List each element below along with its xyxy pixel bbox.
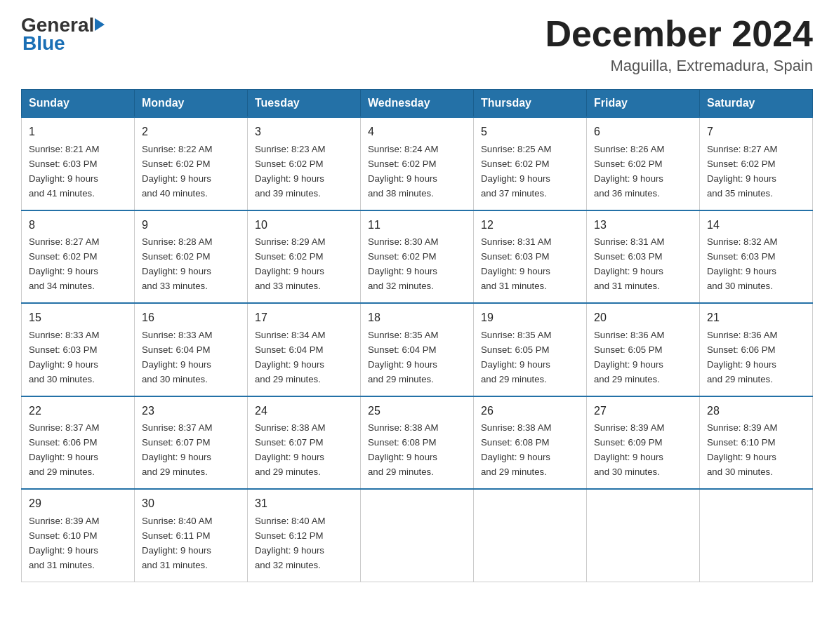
day-number: 6 bbox=[594, 123, 692, 141]
week-row-3: 15Sunrise: 8:33 AMSunset: 6:03 PMDayligh… bbox=[22, 303, 813, 396]
logo-blue-text: Blue bbox=[21, 32, 105, 55]
calendar-cell: 8Sunrise: 8:27 AMSunset: 6:02 PMDaylight… bbox=[22, 210, 135, 303]
day-number: 21 bbox=[707, 309, 805, 327]
calendar-cell: 15Sunrise: 8:33 AMSunset: 6:03 PMDayligh… bbox=[22, 303, 135, 396]
calendar-cell bbox=[587, 489, 700, 582]
calendar-table: SundayMondayTuesdayWednesdayThursdayFrid… bbox=[21, 89, 813, 582]
day-info: Sunrise: 8:31 AMSunset: 6:03 PMDaylight:… bbox=[481, 236, 551, 291]
day-number: 7 bbox=[707, 123, 805, 141]
day-number: 4 bbox=[368, 123, 466, 141]
calendar-title: December 2024 bbox=[545, 14, 813, 54]
calendar-cell bbox=[700, 489, 813, 582]
calendar-cell: 21Sunrise: 8:36 AMSunset: 6:06 PMDayligh… bbox=[700, 303, 813, 396]
day-number: 16 bbox=[142, 309, 240, 327]
day-number: 25 bbox=[368, 403, 466, 420]
day-number: 12 bbox=[481, 217, 579, 234]
week-row-5: 29Sunrise: 8:39 AMSunset: 6:10 PMDayligh… bbox=[22, 489, 813, 582]
week-row-4: 22Sunrise: 8:37 AMSunset: 6:06 PMDayligh… bbox=[22, 396, 813, 489]
calendar-cell: 24Sunrise: 8:38 AMSunset: 6:07 PMDayligh… bbox=[248, 396, 361, 489]
header-thursday: Thursday bbox=[474, 90, 587, 118]
day-info: Sunrise: 8:38 AMSunset: 6:08 PMDaylight:… bbox=[481, 422, 551, 477]
calendar-cell: 6Sunrise: 8:26 AMSunset: 6:02 PMDaylight… bbox=[587, 117, 700, 210]
day-number: 26 bbox=[481, 403, 579, 420]
day-info: Sunrise: 8:34 AMSunset: 6:04 PMDaylight:… bbox=[255, 330, 325, 384]
day-info: Sunrise: 8:36 AMSunset: 6:06 PMDaylight:… bbox=[707, 330, 777, 384]
header-monday: Monday bbox=[135, 90, 248, 118]
day-number: 28 bbox=[707, 403, 805, 420]
calendar-cell: 5Sunrise: 8:25 AMSunset: 6:02 PMDaylight… bbox=[474, 117, 587, 210]
calendar-cell: 13Sunrise: 8:31 AMSunset: 6:03 PMDayligh… bbox=[587, 210, 700, 303]
day-number: 9 bbox=[142, 217, 240, 234]
day-info: Sunrise: 8:40 AMSunset: 6:12 PMDaylight:… bbox=[255, 516, 325, 570]
day-info: Sunrise: 8:37 AMSunset: 6:06 PMDaylight:… bbox=[29, 422, 99, 477]
day-number: 24 bbox=[255, 403, 353, 420]
calendar-cell: 14Sunrise: 8:32 AMSunset: 6:03 PMDayligh… bbox=[700, 210, 813, 303]
day-info: Sunrise: 8:38 AMSunset: 6:08 PMDaylight:… bbox=[368, 422, 438, 477]
day-info: Sunrise: 8:29 AMSunset: 6:02 PMDaylight:… bbox=[255, 236, 325, 291]
day-number: 1 bbox=[29, 123, 127, 141]
logo: General Blue bbox=[21, 14, 105, 55]
logo-arrow-icon bbox=[95, 18, 105, 31]
day-number: 29 bbox=[29, 495, 127, 513]
page-header: General Blue December 2024 Maguilla, Ext… bbox=[21, 14, 813, 75]
calendar-cell: 2Sunrise: 8:22 AMSunset: 6:02 PMDaylight… bbox=[135, 117, 248, 210]
day-number: 30 bbox=[142, 495, 240, 513]
day-info: Sunrise: 8:31 AMSunset: 6:03 PMDaylight:… bbox=[594, 236, 664, 291]
calendar-subtitle: Maguilla, Extremadura, Spain bbox=[545, 57, 813, 75]
calendar-cell: 17Sunrise: 8:34 AMSunset: 6:04 PMDayligh… bbox=[248, 303, 361, 396]
header-saturday: Saturday bbox=[700, 90, 813, 118]
day-info: Sunrise: 8:30 AMSunset: 6:02 PMDaylight:… bbox=[368, 236, 438, 291]
day-info: Sunrise: 8:40 AMSunset: 6:11 PMDaylight:… bbox=[142, 516, 212, 570]
day-number: 27 bbox=[594, 403, 692, 420]
day-info: Sunrise: 8:37 AMSunset: 6:07 PMDaylight:… bbox=[142, 422, 212, 477]
day-info: Sunrise: 8:35 AMSunset: 6:04 PMDaylight:… bbox=[368, 330, 438, 384]
day-info: Sunrise: 8:39 AMSunset: 6:10 PMDaylight:… bbox=[29, 516, 99, 570]
day-info: Sunrise: 8:36 AMSunset: 6:05 PMDaylight:… bbox=[594, 330, 664, 384]
calendar-cell: 10Sunrise: 8:29 AMSunset: 6:02 PMDayligh… bbox=[248, 210, 361, 303]
calendar-cell: 1Sunrise: 8:21 AMSunset: 6:03 PMDaylight… bbox=[22, 117, 135, 210]
header-wednesday: Wednesday bbox=[361, 90, 474, 118]
calendar-cell: 19Sunrise: 8:35 AMSunset: 6:05 PMDayligh… bbox=[474, 303, 587, 396]
day-info: Sunrise: 8:39 AMSunset: 6:09 PMDaylight:… bbox=[594, 422, 664, 477]
day-info: Sunrise: 8:26 AMSunset: 6:02 PMDaylight:… bbox=[594, 144, 664, 199]
calendar-cell: 3Sunrise: 8:23 AMSunset: 6:02 PMDaylight… bbox=[248, 117, 361, 210]
calendar-cell: 26Sunrise: 8:38 AMSunset: 6:08 PMDayligh… bbox=[474, 396, 587, 489]
day-number: 23 bbox=[142, 403, 240, 420]
day-number: 15 bbox=[29, 309, 127, 327]
calendar-cell: 29Sunrise: 8:39 AMSunset: 6:10 PMDayligh… bbox=[22, 489, 135, 582]
day-info: Sunrise: 8:27 AMSunset: 6:02 PMDaylight:… bbox=[707, 144, 777, 199]
day-info: Sunrise: 8:35 AMSunset: 6:05 PMDaylight:… bbox=[481, 330, 551, 384]
calendar-cell: 12Sunrise: 8:31 AMSunset: 6:03 PMDayligh… bbox=[474, 210, 587, 303]
calendar-cell bbox=[361, 489, 474, 582]
calendar-cell: 11Sunrise: 8:30 AMSunset: 6:02 PMDayligh… bbox=[361, 210, 474, 303]
calendar-cell: 31Sunrise: 8:40 AMSunset: 6:12 PMDayligh… bbox=[248, 489, 361, 582]
calendar-header-row: SundayMondayTuesdayWednesdayThursdayFrid… bbox=[22, 90, 813, 118]
day-info: Sunrise: 8:33 AMSunset: 6:03 PMDaylight:… bbox=[29, 330, 99, 384]
calendar-cell: 7Sunrise: 8:27 AMSunset: 6:02 PMDaylight… bbox=[700, 117, 813, 210]
calendar-cell: 28Sunrise: 8:39 AMSunset: 6:10 PMDayligh… bbox=[700, 396, 813, 489]
day-number: 14 bbox=[707, 217, 805, 234]
week-row-2: 8Sunrise: 8:27 AMSunset: 6:02 PMDaylight… bbox=[22, 210, 813, 303]
header-sunday: Sunday bbox=[22, 90, 135, 118]
day-info: Sunrise: 8:23 AMSunset: 6:02 PMDaylight:… bbox=[255, 144, 325, 199]
day-info: Sunrise: 8:32 AMSunset: 6:03 PMDaylight:… bbox=[707, 236, 777, 291]
day-info: Sunrise: 8:38 AMSunset: 6:07 PMDaylight:… bbox=[255, 422, 325, 477]
day-info: Sunrise: 8:28 AMSunset: 6:02 PMDaylight:… bbox=[142, 236, 212, 291]
day-info: Sunrise: 8:27 AMSunset: 6:02 PMDaylight:… bbox=[29, 236, 99, 291]
day-number: 5 bbox=[481, 123, 579, 141]
day-number: 31 bbox=[255, 495, 353, 513]
header-friday: Friday bbox=[587, 90, 700, 118]
day-number: 11 bbox=[368, 217, 466, 234]
calendar-cell: 22Sunrise: 8:37 AMSunset: 6:06 PMDayligh… bbox=[22, 396, 135, 489]
week-row-1: 1Sunrise: 8:21 AMSunset: 6:03 PMDaylight… bbox=[22, 117, 813, 210]
calendar-cell: 9Sunrise: 8:28 AMSunset: 6:02 PMDaylight… bbox=[135, 210, 248, 303]
day-number: 17 bbox=[255, 309, 353, 327]
calendar-cell: 4Sunrise: 8:24 AMSunset: 6:02 PMDaylight… bbox=[361, 117, 474, 210]
calendar-cell: 18Sunrise: 8:35 AMSunset: 6:04 PMDayligh… bbox=[361, 303, 474, 396]
calendar-cell: 30Sunrise: 8:40 AMSunset: 6:11 PMDayligh… bbox=[135, 489, 248, 582]
day-info: Sunrise: 8:22 AMSunset: 6:02 PMDaylight:… bbox=[142, 144, 212, 199]
day-number: 2 bbox=[142, 123, 240, 141]
day-number: 18 bbox=[368, 309, 466, 327]
header-tuesday: Tuesday bbox=[248, 90, 361, 118]
day-number: 8 bbox=[29, 217, 127, 234]
